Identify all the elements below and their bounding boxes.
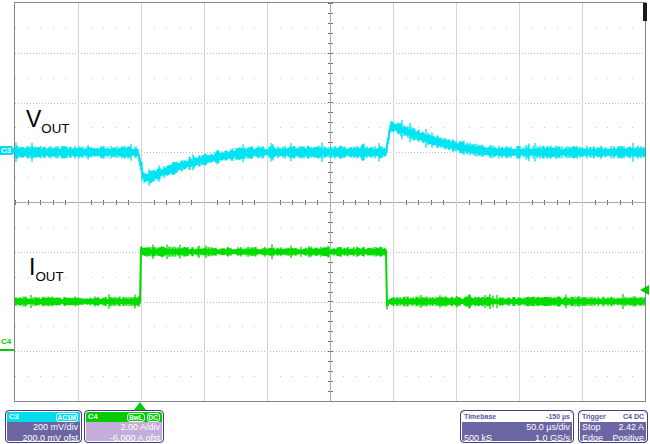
channel-c3-descriptor[interactable]: C3 AC1M 200 mV/div 200.0 mV ofst — [5, 410, 82, 443]
screen-edge-marker — [643, 3, 647, 21]
timebase-title: Timebase — [464, 412, 496, 422]
vout-trace — [15, 120, 645, 186]
timebase-header: Timebase -150 µs — [462, 412, 572, 422]
c3-coupling-badge: AC1M — [56, 413, 78, 422]
c3-descriptor-header: C3 AC1M — [7, 412, 80, 422]
trigger-time-arrow-icon[interactable] — [134, 402, 146, 410]
channel-c4-descriptor[interactable]: C4 BwL DC 2.00 A/div -6.000 A ofst — [84, 410, 164, 443]
vout-label: VOUT — [26, 106, 69, 136]
c3-zero-marker[interactable]: C3 — [0, 146, 17, 155]
c4-zero-line-icon — [0, 349, 14, 351]
trigger-type: Edge — [582, 433, 603, 444]
waveform-traces — [15, 3, 645, 401]
waveform-grid: VOUT IOUT — [14, 2, 646, 402]
c4-marker-label: C4 — [1, 337, 11, 346]
c3-offset-value: 200.0 mV ofst — [9, 433, 78, 444]
c4-scale-value: 2.00 A/div — [88, 422, 160, 433]
c4-descriptor-header: C4 BwL DC — [86, 412, 162, 422]
trigger-source: C4 DC — [623, 412, 644, 422]
timebase-scale: 50.0 µs/div — [464, 422, 570, 433]
trigger-header: Trigger C4 DC — [580, 412, 646, 422]
c3-marker-label: C3 — [0, 146, 12, 155]
timebase-samples: 500 kS — [464, 433, 492, 444]
trigger-title: Trigger — [582, 412, 606, 422]
trigger-level-value: 2.42 A — [618, 422, 644, 433]
trigger-mode: Stop — [582, 422, 601, 433]
timebase-delay: -150 µs — [546, 412, 570, 422]
c4-channel-name: C4 — [88, 412, 98, 422]
timebase-samplerate: 1.0 GS/s — [535, 433, 570, 444]
trigger-slope: Positive — [612, 433, 644, 444]
c4-coupling-badge: DC — [147, 413, 160, 422]
c4-zero-marker[interactable]: C4 — [1, 337, 11, 346]
c4-offset-value: -6.000 A ofst — [88, 433, 160, 444]
c3-scale-value: 200 mV/div — [9, 422, 78, 433]
c3-channel-name: C3 — [9, 412, 19, 422]
c3-arrow-icon — [12, 147, 17, 155]
oscilloscope-display: VOUT IOUT C3 C4 C3 AC1M 200 mV/div 200.0… — [0, 0, 650, 444]
c4-bandwidth-badge: BwL — [127, 413, 145, 422]
iout-label: IOUT — [29, 254, 64, 284]
iout-trace — [15, 244, 645, 309]
trigger-level-arrow-icon[interactable] — [640, 285, 649, 295]
trigger-descriptor[interactable]: Trigger C4 DC Stop 2.42 A Edge Positive — [578, 410, 648, 443]
timebase-descriptor[interactable]: Timebase -150 µs 50.0 µs/div 500 kS 1.0 … — [460, 410, 574, 443]
